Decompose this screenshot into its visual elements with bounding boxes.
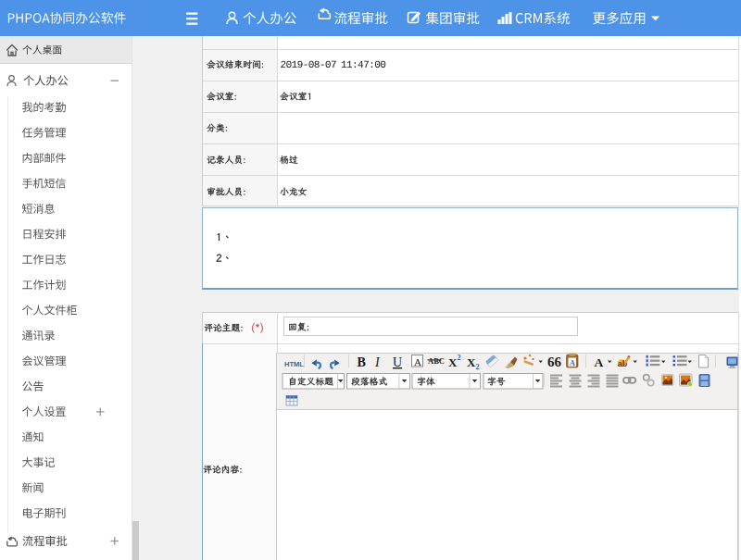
svg-text:X: X (467, 355, 476, 369)
svg-text:HTML: HTML (284, 360, 304, 368)
svg-text:2: 2 (458, 354, 461, 362)
svg-text:2: 2 (476, 363, 480, 371)
svg-text:A: A (595, 355, 604, 369)
svg-text:66: 66 (547, 355, 562, 369)
svg-text:X: X (448, 355, 458, 369)
svg-text:B: B (358, 355, 366, 369)
svg-text:A: A (414, 356, 421, 367)
svg-text:I: I (374, 355, 381, 369)
svg-text:A: A (570, 358, 576, 367)
svg-text:U: U (393, 355, 402, 369)
